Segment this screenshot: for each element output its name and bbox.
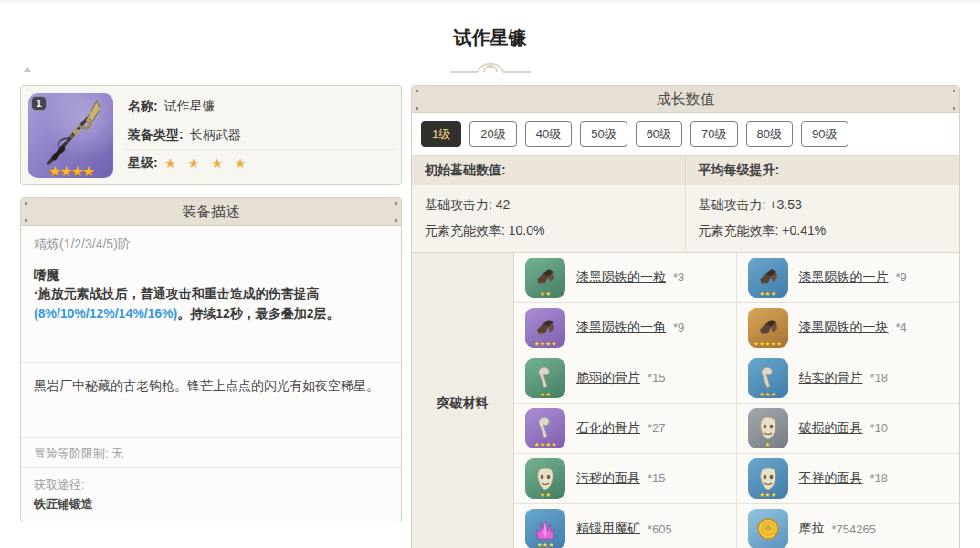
material-count: *9 bbox=[673, 321, 684, 334]
stat-label: 基础攻击力: bbox=[425, 197, 492, 212]
right-column: 成长数值 1级20级40级50级60级70级80级90级 初始基础数值: 平均每… bbox=[411, 85, 960, 548]
rarity-stars: ★★★ bbox=[748, 491, 788, 498]
level-tabs: 1级20级40级50级60级70级80级90级 bbox=[412, 113, 959, 155]
material-name-link[interactable]: 石化的骨片 bbox=[576, 420, 640, 437]
material-cell: ★★污秽的面具*15 bbox=[514, 454, 737, 504]
weapon-rarity-row: 星级: ★ ★ ★ ★ bbox=[126, 150, 394, 177]
crystal-icon[interactable]: ★★★ bbox=[525, 509, 565, 548]
material-name-link[interactable]: 结实的骨片 bbox=[799, 370, 863, 386]
material-count: *9 bbox=[896, 270, 907, 284]
left-column: 1 ★★★★ 名称: 试作星镰 bbox=[20, 85, 402, 522]
material-name-link[interactable]: 漆黑陨铁的一粒 bbox=[576, 269, 666, 286]
adventure-rank-value: 无 bbox=[111, 447, 123, 460]
weapon-rarity-label: 星级: bbox=[128, 155, 158, 172]
material-cell: ★破损的面具*10 bbox=[737, 404, 960, 454]
material-count: *18 bbox=[870, 471, 889, 485]
description-card-header: 装备描述 bbox=[21, 198, 401, 226]
skill-description: ·施放元素战技后，普通攻击和重击造成的伤害提高(8%/10%/12%/14%/1… bbox=[34, 284, 388, 323]
skill-text-post: 。持续12秒，最多叠加2层。 bbox=[177, 306, 339, 321]
bone-icon[interactable]: ★★★★ bbox=[525, 408, 565, 448]
material-name-link[interactable]: 破损的面具 bbox=[799, 420, 863, 437]
weapon-image[interactable]: 1 ★★★★ bbox=[28, 93, 113, 178]
corner-ornament bbox=[953, 90, 955, 92]
skill-name: 嗜魔 bbox=[34, 268, 388, 284]
material-count: *605 bbox=[648, 522, 672, 536]
mask-icon[interactable]: ★★★ bbox=[748, 458, 788, 499]
material-cell: ★★★不祥的面具*18 bbox=[737, 454, 960, 504]
initial-stat-0: 基础攻击力: 42 bbox=[425, 192, 672, 218]
tab-level-40级[interactable]: 40级 bbox=[525, 121, 572, 147]
material-name-link[interactable]: 漆黑陨铁的一块 bbox=[799, 320, 889, 336]
page-title: 试作星镰 bbox=[0, 26, 980, 50]
material-name-link[interactable]: 不祥的面具 bbox=[799, 470, 863, 487]
initial-stat-1: 元素充能效率: 10.0% bbox=[425, 217, 672, 244]
lore-text: 黑岩厂中秘藏的古老钩枪。锋芒上点点的闪光有如夜空稀星。 bbox=[34, 375, 388, 395]
stat-label: 基础攻击力: bbox=[699, 197, 766, 212]
rarity-stars: ★★★★ bbox=[525, 341, 565, 347]
material-count: *27 bbox=[648, 421, 666, 435]
equipment-description-card: 装备描述 精炼(1/2/3/4/5)阶 嗜魔 ·施放元素战技后，普通攻击和重击造… bbox=[20, 197, 402, 522]
growth-panel-header: 成长数值 bbox=[412, 86, 959, 113]
lore-section: 黑岩厂中秘藏的古老钩枪。锋芒上点点的闪光有如夜空稀星。 bbox=[21, 363, 401, 438]
weapon-type-label: 装备类型: bbox=[128, 127, 184, 143]
rarity-stars: ★★ bbox=[525, 491, 565, 498]
stat-label: 元素充能效率: bbox=[699, 223, 779, 237]
material-count: *754265 bbox=[832, 522, 876, 536]
material-name-link[interactable]: 污秽的面具 bbox=[576, 470, 640, 487]
material-count: *15 bbox=[648, 471, 666, 485]
tab-level-80级[interactable]: 80级 bbox=[746, 121, 793, 147]
material-name-link[interactable]: 脆弱的骨片 bbox=[576, 370, 640, 386]
mask-icon[interactable]: ★ bbox=[748, 408, 788, 448]
rarity-stars: ★★★ bbox=[748, 391, 788, 397]
ascension-materials-table: 突破材料 ★★漆黑陨铁的一粒*3★★★漆黑陨铁的一片*9★★★★漆黑陨铁的一角*… bbox=[412, 252, 959, 548]
corner-ornament bbox=[25, 202, 27, 205]
mora-icon[interactable] bbox=[748, 509, 788, 548]
bone-icon[interactable]: ★★★ bbox=[748, 358, 788, 398]
material-name-link[interactable]: 精锻用魔矿 bbox=[576, 521, 640, 537]
material-name-link[interactable]: 漆黑陨铁的一片 bbox=[799, 269, 889, 286]
avg-stats-header: 平均每级提升: bbox=[686, 155, 960, 185]
tab-level-50级[interactable]: 50级 bbox=[580, 121, 627, 147]
material-cell: ★★漆黑陨铁的一粒*3 bbox=[514, 253, 737, 303]
tab-level-60级[interactable]: 60级 bbox=[636, 121, 682, 147]
rarity-stars: ★★ bbox=[525, 391, 565, 397]
material-cell: ★★★★漆黑陨铁的一角*9 bbox=[514, 303, 737, 353]
adventure-rank-label: 冒险等阶限制: bbox=[34, 447, 109, 460]
bone-icon[interactable]: ★★ bbox=[525, 358, 565, 398]
material-name-link[interactable]: 漆黑陨铁的一角 bbox=[576, 320, 666, 336]
mask-icon[interactable]: ★★ bbox=[525, 458, 565, 499]
adventure-rank-line: 冒险等阶限制: 无 bbox=[34, 446, 388, 462]
ore-icon[interactable]: ★★★★★ bbox=[748, 308, 788, 348]
material-cell: ★★★精锻用魔矿*605 bbox=[514, 504, 737, 548]
initial-stats-values: 基础攻击力: 42元素充能效率: 10.0% bbox=[412, 185, 686, 252]
weapon-info-card: 1 ★★★★ 名称: 试作星镰 bbox=[20, 85, 402, 185]
material-cell: ★★脆弱的骨片*15 bbox=[514, 353, 737, 404]
adventure-rank-section: 冒险等阶限制: 无 bbox=[21, 438, 401, 468]
rarity-stars: ★★ bbox=[525, 290, 565, 297]
rarity-stars: ★★★★ bbox=[525, 441, 565, 448]
refine-rank-badge: 1 bbox=[31, 96, 47, 111]
tab-level-20级[interactable]: 20级 bbox=[469, 121, 516, 147]
weapon-attribute-rows: 名称: 试作星镰 装备类型: 长柄武器 星级: ★ ★ ★ ★ bbox=[126, 93, 394, 178]
material-count: *15 bbox=[648, 371, 666, 385]
source-value: 铁匠铺锻造 bbox=[34, 496, 388, 512]
ore-icon[interactable]: ★★★★ bbox=[525, 308, 565, 348]
corner-ornament bbox=[416, 90, 418, 92]
material-cell: ★★★漆黑陨铁的一片*9 bbox=[737, 253, 960, 303]
weapon-rarity-stars: ★★★★ bbox=[28, 163, 113, 178]
ore-icon[interactable]: ★★★ bbox=[748, 258, 788, 298]
tab-level-1级[interactable]: 1级 bbox=[421, 121, 461, 147]
ascension-materials-label: 突破材料 bbox=[412, 253, 514, 548]
skill-text-pre: ·施放元素战技后，普通攻击和重击造成的伤害提高 bbox=[34, 286, 320, 300]
ore-icon[interactable]: ★★ bbox=[525, 258, 565, 298]
tab-level-70级[interactable]: 70级 bbox=[690, 121, 737, 147]
weapon-type-value: 长柄武器 bbox=[190, 127, 241, 143]
materials-grid: ★★漆黑陨铁的一粒*3★★★漆黑陨铁的一片*9★★★★漆黑陨铁的一角*9★★★★… bbox=[514, 253, 959, 548]
material-count: *18 bbox=[870, 371, 889, 385]
refine-stages-text: 精炼(1/2/3/4/5)阶 bbox=[34, 237, 388, 253]
description-body: 精炼(1/2/3/4/5)阶 嗜魔 ·施放元素战技后，普通攻击和重击造成的伤害提… bbox=[21, 226, 401, 522]
tab-level-90级[interactable]: 90级 bbox=[801, 121, 848, 147]
corner-ornament bbox=[395, 202, 397, 205]
stat-label: 元素充能效率: bbox=[425, 223, 505, 237]
avg-stats-values: 基础攻击力: +3.53元素充能效率: +0.41% bbox=[686, 185, 960, 252]
